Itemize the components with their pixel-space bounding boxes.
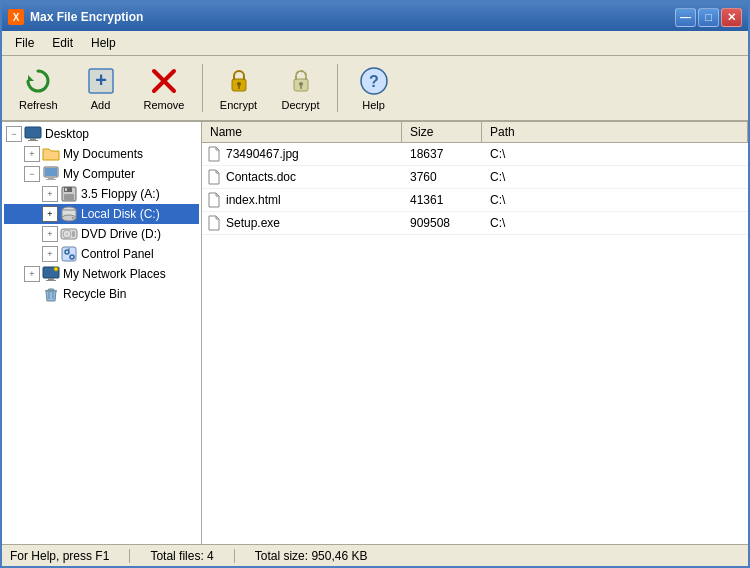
help-icon: ? — [358, 65, 390, 97]
file-size: 18637 — [402, 146, 482, 162]
tree-node-localdisk[interactable]: + Local Disk (C:) — [4, 204, 199, 224]
tree-node-computer[interactable]: − My Computer — [4, 164, 199, 184]
tree-node-network[interactable]: + My Network Places — [4, 264, 199, 284]
svg-rect-42 — [45, 290, 57, 292]
file-size: 909508 — [402, 215, 482, 231]
tree-label-dvd: DVD Drive (D:) — [81, 227, 161, 241]
tree-label-desktop: Desktop — [45, 127, 89, 141]
file-name-cell: index.html — [202, 191, 402, 209]
tree-node-dvd[interactable]: + DVD Drive (D:) — [4, 224, 199, 244]
svg-rect-24 — [64, 194, 74, 200]
expander-floppy[interactable]: + — [42, 186, 58, 202]
controlpanel-icon — [60, 245, 78, 263]
file-path: C:\ — [482, 192, 748, 208]
svg-rect-30 — [72, 231, 75, 237]
close-button[interactable]: ✕ — [721, 8, 742, 27]
remove-icon — [148, 65, 180, 97]
svg-rect-18 — [45, 168, 57, 176]
encrypt-button[interactable]: Encrypt — [209, 60, 269, 116]
svg-rect-15 — [30, 138, 36, 140]
svg-rect-23 — [65, 188, 67, 191]
status-total-size: Total size: 950,46 KB — [255, 549, 368, 563]
expander-localdisk[interactable]: + — [42, 206, 58, 222]
dvd-icon — [60, 225, 78, 243]
add-button[interactable]: + Add — [71, 60, 131, 116]
decrypt-icon — [285, 65, 317, 97]
main-content: − Desktop + My Documen — [2, 122, 748, 544]
svg-point-28 — [72, 217, 74, 219]
tree-label-localdisk: Local Disk (C:) — [81, 207, 160, 221]
expander-recycle — [24, 286, 40, 302]
refresh-icon — [22, 65, 54, 97]
file-name-cell: Setup.exe — [202, 214, 402, 232]
expander-controlpanel[interactable]: + — [42, 246, 58, 262]
harddisk-icon — [60, 205, 78, 223]
svg-point-7 — [237, 82, 241, 86]
expander-computer[interactable]: − — [24, 166, 40, 182]
menu-edit[interactable]: Edit — [43, 33, 82, 53]
menu-file[interactable]: File — [6, 33, 43, 53]
svg-point-40 — [54, 267, 58, 271]
svg-rect-39 — [46, 280, 56, 281]
file-path: C:\ — [482, 169, 748, 185]
file-name: index.html — [226, 193, 281, 207]
add-label: Add — [91, 99, 111, 111]
svg-point-10 — [299, 82, 303, 86]
help-label: Help — [362, 99, 385, 111]
desktop-icon — [24, 125, 42, 143]
decrypt-label: Decrypt — [282, 99, 320, 111]
minimize-button[interactable]: — — [675, 8, 696, 27]
remove-label: Remove — [144, 99, 185, 111]
column-header-size[interactable]: Size — [402, 122, 482, 142]
file-row[interactable]: Setup.exe 909508 C:\ — [202, 212, 748, 235]
help-button[interactable]: ? Help — [344, 60, 404, 116]
encrypt-label: Encrypt — [220, 99, 257, 111]
tree-panel[interactable]: − Desktop + My Documen — [2, 122, 202, 544]
file-name: Setup.exe — [226, 216, 280, 230]
column-header-name[interactable]: Name — [202, 122, 402, 142]
remove-button[interactable]: Remove — [133, 60, 196, 116]
encrypt-icon — [223, 65, 255, 97]
file-name-cell: Contacts.doc — [202, 168, 402, 186]
file-row[interactable]: Contacts.doc 3760 C:\ — [202, 166, 748, 189]
expander-documents[interactable]: + — [24, 146, 40, 162]
file-icon — [206, 169, 222, 185]
file-icon — [206, 146, 222, 162]
add-icon: + — [85, 65, 117, 97]
tree-node-recycle[interactable]: Recycle Bin — [4, 284, 199, 304]
svg-rect-20 — [46, 179, 56, 180]
menu-help[interactable]: Help — [82, 33, 125, 53]
file-name: Contacts.doc — [226, 170, 296, 184]
main-window: X Max File Encryption — □ ✕ File Edit He… — [0, 0, 750, 568]
svg-rect-19 — [48, 177, 54, 179]
tree-node-documents[interactable]: + My Documents — [4, 144, 199, 164]
tree-node-floppy[interactable]: + 3.5 Floppy (A:) — [4, 184, 199, 204]
file-row[interactable]: 73490467.jpg 18637 C:\ — [202, 143, 748, 166]
svg-rect-38 — [48, 278, 54, 280]
computer-icon — [42, 165, 60, 183]
tree-label-floppy: 3.5 Floppy (A:) — [81, 187, 160, 201]
svg-rect-14 — [25, 127, 41, 138]
expander-desktop[interactable]: − — [6, 126, 22, 142]
expander-network[interactable]: + — [24, 266, 40, 282]
tree-label-network: My Network Places — [63, 267, 166, 281]
toolbar-separator-1 — [202, 64, 203, 112]
network-icon — [42, 265, 60, 283]
status-help-text: For Help, press F1 — [10, 549, 109, 563]
status-total-files: Total files: 4 — [150, 549, 213, 563]
status-bar: For Help, press F1 Total files: 4 Total … — [2, 544, 748, 566]
decrypt-button[interactable]: Decrypt — [271, 60, 331, 116]
file-row[interactable]: index.html 41361 C:\ — [202, 189, 748, 212]
file-icon — [206, 215, 222, 231]
tree-node-controlpanel[interactable]: + Control Panel — [4, 244, 199, 264]
file-path: C:\ — [482, 215, 748, 231]
column-header-path[interactable]: Path — [482, 122, 748, 142]
refresh-button[interactable]: Refresh — [8, 60, 69, 116]
file-panel: Name Size Path 73490467.jpg 18637 C:\ — [202, 122, 748, 544]
tree-node-desktop[interactable]: − Desktop — [4, 124, 199, 144]
recycle-icon — [42, 285, 60, 303]
maximize-button[interactable]: □ — [698, 8, 719, 27]
file-name: 73490467.jpg — [226, 147, 299, 161]
expander-dvd[interactable]: + — [42, 226, 58, 242]
svg-point-32 — [66, 233, 68, 235]
